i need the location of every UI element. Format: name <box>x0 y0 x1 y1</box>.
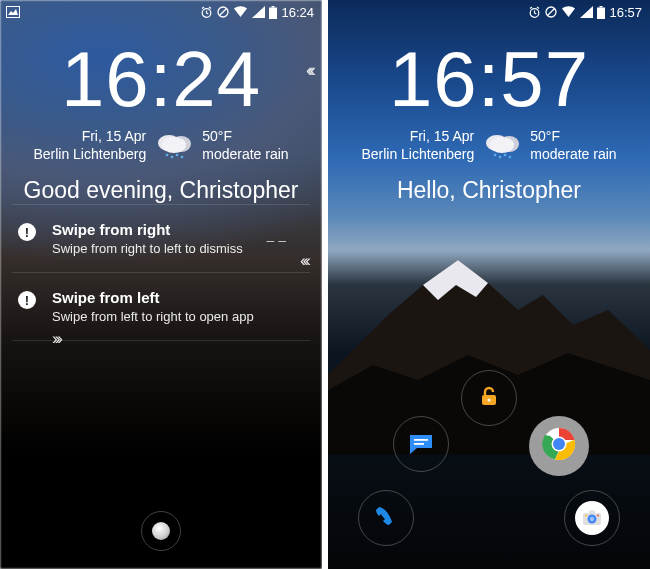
weather-row: Fri, 15 Apr Berlin Lichtenberg 50°F mode… <box>328 128 650 163</box>
signal-icon <box>580 6 593 18</box>
svg-point-34 <box>590 517 595 522</box>
wifi-icon <box>233 6 248 18</box>
notification-subtitle: Swipe from left to right to open app <box>52 309 306 324</box>
shortcut-unlock[interactable] <box>461 370 517 426</box>
rain-cloud-icon <box>482 132 522 160</box>
svg-point-11 <box>176 153 179 156</box>
shortcut-phone[interactable] <box>358 490 414 546</box>
date-label: Fri, 15 Apr <box>361 128 474 146</box>
svg-point-12 <box>181 155 184 158</box>
notification-title: Swipe from left <box>52 289 306 306</box>
location-label: Berlin Lichtenberg <box>33 146 146 164</box>
greeting-text: Good evening, Christopher <box>0 177 322 204</box>
svg-point-8 <box>162 137 186 153</box>
do-not-disturb-icon <box>545 6 557 18</box>
svg-rect-28 <box>414 443 424 445</box>
svg-point-36 <box>585 515 587 517</box>
wifi-icon <box>561 6 576 18</box>
info-badge-icon: ! <box>18 223 36 241</box>
signal-icon <box>252 6 265 18</box>
svg-rect-17 <box>600 6 603 8</box>
lockscreen-right: 16:57 16:57 Fri, 15 Apr Berlin Lichtenbe… <box>328 0 650 569</box>
date-label: Fri, 15 Apr <box>33 128 146 146</box>
battery-icon <box>597 6 605 19</box>
status-bar: 16:24 <box>0 0 322 22</box>
svg-line-3 <box>220 9 227 16</box>
lockscreen-clock: 16:57 <box>328 40 650 118</box>
unlock-icon <box>477 384 501 412</box>
svg-rect-5 <box>272 6 275 8</box>
status-time: 16:57 <box>609 5 642 20</box>
notification-swipe-right[interactable]: ! Swipe from right Swipe from right to l… <box>12 204 310 272</box>
lockscreen-clock: 16:24 <box>0 40 322 118</box>
svg-point-20 <box>490 137 514 153</box>
condition-label: moderate rain <box>530 146 616 164</box>
svg-point-24 <box>509 155 512 158</box>
svg-rect-16 <box>597 7 605 19</box>
svg-point-22 <box>499 155 502 158</box>
phone-icon <box>374 504 398 532</box>
status-time: 16:24 <box>281 5 314 20</box>
notification-swipe-left[interactable]: ! Swipe from left Swipe from left to rig… <box>12 272 310 341</box>
chrome-icon <box>542 427 576 465</box>
weather-row: Fri, 15 Apr Berlin Lichtenberg 50°F mode… <box>0 128 322 163</box>
shortcut-chrome[interactable] <box>529 416 589 476</box>
svg-point-10 <box>171 155 174 158</box>
photo-indicator-icon <box>6 6 20 18</box>
condition-label: moderate rain <box>202 146 288 164</box>
camera-icon <box>575 501 609 535</box>
chevron-right-icon: ››› <box>52 329 60 349</box>
location-label: Berlin Lichtenberg <box>361 146 474 164</box>
svg-rect-35 <box>589 511 595 514</box>
svg-point-31 <box>553 438 565 450</box>
svg-point-26 <box>487 398 490 401</box>
do-not-disturb-icon <box>217 6 229 18</box>
home-button[interactable] <box>141 511 181 551</box>
svg-rect-4 <box>269 7 277 19</box>
svg-point-9 <box>166 153 169 156</box>
shortcut-camera[interactable] <box>564 490 620 546</box>
svg-rect-27 <box>414 439 428 441</box>
rain-cloud-icon <box>154 132 194 160</box>
shortcut-messages[interactable] <box>393 416 449 472</box>
notification-title: Swipe from right <box>52 221 306 238</box>
svg-point-23 <box>504 153 507 156</box>
svg-rect-0 <box>7 7 20 18</box>
info-badge-icon: ! <box>18 291 36 309</box>
alarm-icon <box>200 6 213 19</box>
temperature-label: 50°F <box>530 128 616 146</box>
greeting-text: Hello, Christopher <box>328 177 650 204</box>
chevron-left-icon: ‹‹‹ <box>300 251 308 271</box>
lockscreen-left: 16:24 ‹‹‹ 16:24 Fri, 15 Apr Berlin Licht… <box>0 0 322 569</box>
svg-point-37 <box>597 515 599 517</box>
alarm-icon <box>528 6 541 19</box>
svg-line-15 <box>548 9 555 16</box>
status-bar: 16:57 <box>328 0 650 22</box>
notification-subtitle: Swipe from right to left to dismiss <box>52 241 306 256</box>
svg-point-21 <box>494 153 497 156</box>
messages-icon <box>406 429 436 459</box>
temperature-label: 50°F <box>202 128 288 146</box>
battery-icon <box>269 6 277 19</box>
